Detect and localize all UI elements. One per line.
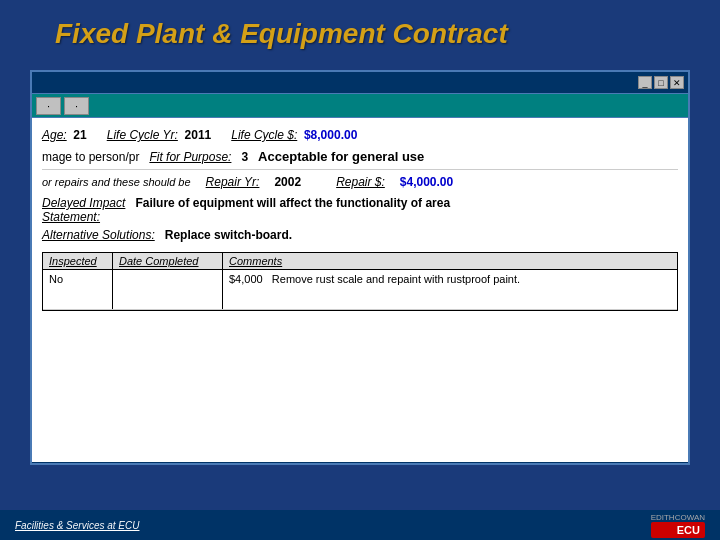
table-header: Inspected Date Completed Comments bbox=[43, 253, 677, 270]
cell-inspected: No bbox=[43, 270, 113, 309]
statement-label: Statement: bbox=[42, 210, 100, 224]
lifecycle-yr-value: 2011 bbox=[185, 128, 212, 142]
content-area: Age: 21 Life Cycle Yr: 2011 Life Cycle $… bbox=[32, 118, 688, 462]
footer-text: Facilities & Services at ECU bbox=[15, 520, 139, 531]
minimize-button[interactable]: _ bbox=[638, 76, 652, 89]
damage-row: mage to person/pr Fit for Purpose: 3 Acc… bbox=[42, 146, 678, 167]
comment-amount: $4,000 bbox=[229, 273, 263, 285]
lifecycle-dollar-value: $8,000.00 bbox=[304, 128, 357, 142]
repair-dollar-label: Repair $: bbox=[336, 175, 385, 189]
age-value: 21 bbox=[73, 128, 86, 142]
cell-comments: $4,000 Remove rust scale and repaint wit… bbox=[223, 270, 677, 309]
alt-solutions-section: Alternative Solutions: Replace switch-bo… bbox=[42, 226, 678, 246]
cell-date-completed bbox=[113, 270, 223, 309]
header-date-completed: Date Completed bbox=[113, 253, 223, 269]
repair-yr-value: 2002 bbox=[274, 175, 301, 189]
delayed-text: Failure of equipment will affect the fun… bbox=[135, 196, 450, 210]
page-background: Fixed Plant & Equipment Contract _ □ ✕ ·… bbox=[0, 0, 720, 60]
nav-tab-1[interactable]: · bbox=[36, 97, 61, 115]
comment-text: Remove rust scale and repaint with rustp… bbox=[272, 273, 520, 285]
delayed-label: Delayed Impact bbox=[42, 196, 125, 210]
acceptable-text: Acceptable for general use bbox=[258, 149, 424, 164]
ecu-subtext: EDITHCOWAN bbox=[651, 513, 705, 522]
fit-label: Fit for Purpose: bbox=[149, 150, 231, 164]
alt-solutions-label: Alternative Solutions: bbox=[42, 228, 155, 242]
bottom-bar: Facilities & Services at ECU EDITHCOWAN … bbox=[0, 510, 720, 540]
repair-yr-label: Repair Yr: bbox=[206, 175, 260, 189]
lifecycle-dollar: Life Cycle $: $8,000.00 bbox=[231, 128, 357, 142]
titlebar-buttons: _ □ ✕ bbox=[638, 76, 684, 89]
main-window: _ □ ✕ · · Age: 21 Life Cycle Yr: 2011 bbox=[30, 70, 690, 465]
age-label: Age: 21 bbox=[42, 128, 87, 142]
header-inspected: Inspected bbox=[43, 253, 113, 269]
nav-bar: · · bbox=[32, 94, 688, 118]
damage-text: mage to person/pr bbox=[42, 150, 139, 164]
delayed-section: Delayed Impact Failure of equipment will… bbox=[42, 192, 678, 226]
inspections-table: Inspected Date Completed Comments No $4,… bbox=[42, 252, 678, 311]
age-lifecycle-row: Age: 21 Life Cycle Yr: 2011 Life Cycle $… bbox=[42, 124, 678, 146]
page-title: Fixed Plant & Equipment Contract bbox=[0, 0, 720, 60]
window-titlebar: _ □ ✕ bbox=[32, 72, 688, 94]
repair-dollar-value: $4,000.00 bbox=[400, 175, 453, 189]
fit-value: 3 bbox=[241, 150, 248, 164]
maximize-button[interactable]: □ bbox=[654, 76, 668, 89]
ecu-logo-text: ECU bbox=[651, 522, 705, 538]
repairs-text: or repairs and these should be bbox=[42, 176, 191, 188]
ecu-logo: EDITHCOWAN ECU bbox=[651, 513, 705, 538]
repair-row: or repairs and these should be Repair Yr… bbox=[42, 169, 678, 192]
close-button[interactable]: ✕ bbox=[670, 76, 684, 89]
nav-tab-2[interactable]: · bbox=[64, 97, 89, 115]
lifecycle-yr: Life Cycle Yr: 2011 bbox=[107, 128, 212, 142]
alt-solutions-text: Replace switch-board. bbox=[165, 228, 292, 242]
header-comments: Comments bbox=[223, 253, 677, 269]
table-row: No $4,000 Remove rust scale and repaint … bbox=[43, 270, 677, 310]
